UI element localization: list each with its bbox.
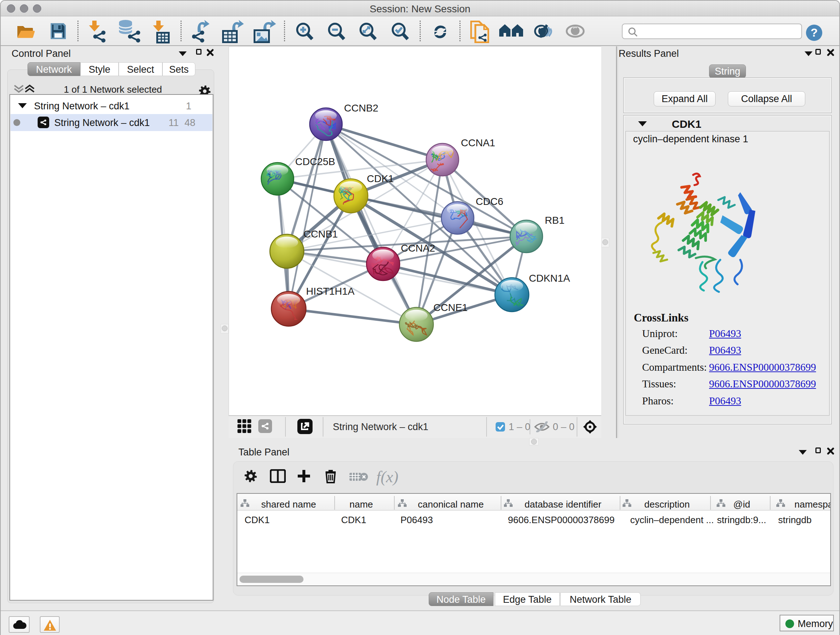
svg-text:CDC6: CDC6 [476, 196, 503, 207]
svg-text:RB1: RB1 [545, 215, 564, 226]
svg-text:CCNB1: CCNB1 [303, 228, 338, 240]
svg-text:CCNE1: CCNE1 [433, 302, 468, 313]
svg-text:HIST1H1A: HIST1H1A [306, 286, 355, 297]
svg-text:CDK1: CDK1 [367, 173, 394, 184]
svg-text:CDKN1A: CDKN1A [529, 272, 570, 284]
svg-text:CDC25B: CDC25B [295, 156, 335, 167]
svg-text:CCNA1: CCNA1 [461, 137, 495, 149]
svg-text:CCNB2: CCNB2 [344, 103, 378, 114]
svg-text:CCNA2: CCNA2 [401, 242, 435, 254]
